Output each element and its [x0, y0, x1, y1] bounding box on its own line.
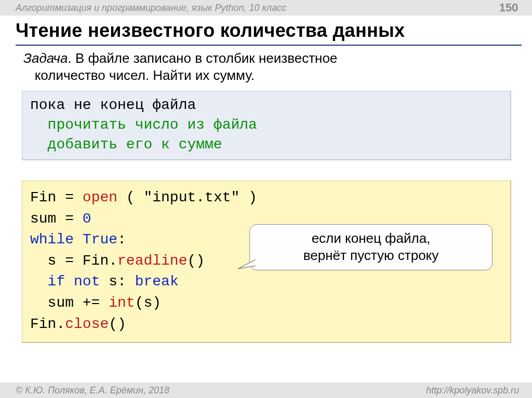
code-l7a: Fin.: [30, 316, 65, 332]
footer-bar: © К.Ю. Поляков, Е.А. Ерёмин, 2018 http:/…: [0, 382, 532, 398]
code-l5sp1: [65, 273, 74, 290]
svg-marker-0: [238, 259, 256, 269]
code-zero: 0: [83, 211, 91, 227]
pseudo-line-1: пока не конец файла: [30, 97, 196, 113]
course-label: Алгоритмизация и программирование, язык …: [16, 3, 286, 13]
task-text-2: количество чисел. Найти их сумму.: [35, 67, 255, 83]
code-l3colon: :: [117, 231, 126, 248]
code-l2a: sum =: [30, 211, 83, 227]
code-l7b: (): [109, 316, 126, 332]
pseudocode-box: пока не конец файла прочитать число из ф…: [22, 91, 511, 160]
code-if: if: [48, 273, 65, 290]
task-paragraph: Задача. В файле записано в столбик неизв…: [23, 50, 516, 84]
slide-title: Чтение неизвестного количества данных: [16, 20, 522, 46]
pseudo-line-3: добавить его к сумме: [30, 136, 222, 153]
callout-line-1: если конец файла,: [312, 230, 431, 246]
code-l6a: sum +=: [30, 295, 109, 311]
code-open: open: [83, 189, 117, 205]
code-l4a: s = Fin.: [30, 253, 117, 269]
code-l4b: (): [187, 253, 205, 269]
code-l6b: (s): [135, 295, 161, 311]
code-true: True: [83, 231, 117, 248]
code-while: while: [30, 231, 74, 248]
footer-url: http://kpolyakov.spb.ru: [426, 385, 519, 396]
slide: Алгоритмизация и программирование, язык …: [0, 0, 532, 398]
callout-tail-icon: [236, 257, 256, 271]
page-number: 150: [496, 1, 522, 15]
pseudo-line-2: прочитать число из файла: [30, 117, 257, 133]
footer-copyright: © К.Ю. Поляков, Е.А. Ерёмин, 2018: [16, 385, 169, 396]
callout-bubble: если конец файла, вернёт пустую строку: [249, 224, 493, 270]
top-bar: Алгоритмизация и программирование, язык …: [0, 0, 532, 16]
code-l5s: s:: [100, 273, 135, 290]
code-break: break: [135, 273, 179, 290]
code-l3sp: [74, 231, 83, 248]
code-l5indent: [30, 273, 48, 290]
code-readline: readline: [117, 253, 187, 269]
task-text-1: . В файле записано в столбик неизвестное: [68, 50, 337, 66]
code-close: close: [65, 316, 109, 332]
callout-line-2: вернёт пустую строку: [303, 248, 439, 263]
code-l1b: ( "input.txt" ): [117, 189, 257, 205]
code-l1a: Fin =: [30, 189, 83, 205]
task-label: Задача: [23, 50, 68, 66]
code-int: int: [109, 295, 135, 311]
code-not: not: [74, 273, 100, 290]
